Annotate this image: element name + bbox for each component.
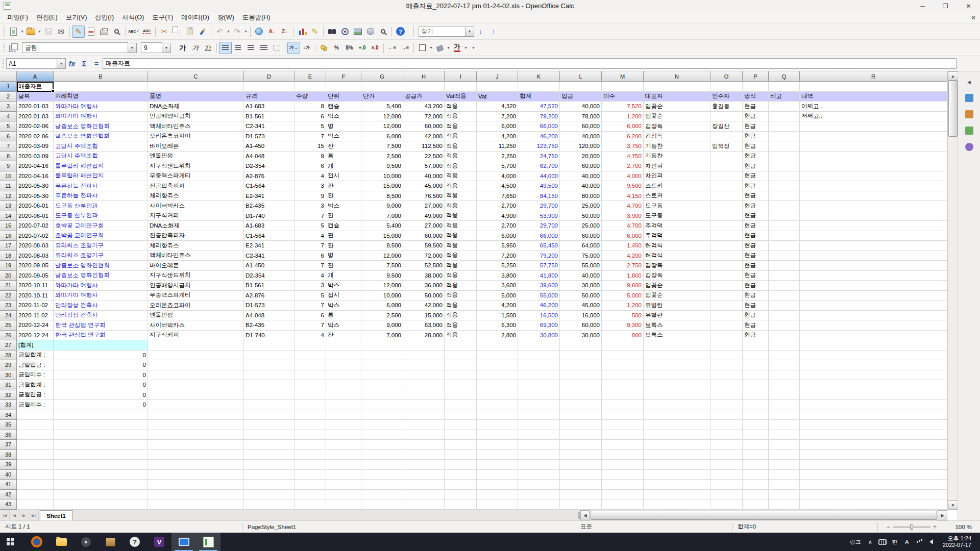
cell-E29[interactable] xyxy=(295,360,326,370)
cell-R3[interactable]: 어쩌고.. xyxy=(800,102,947,112)
cell-P30[interactable] xyxy=(743,370,769,381)
cell-J27[interactable] xyxy=(477,340,518,350)
cell-E10[interactable]: 4 xyxy=(295,171,326,182)
cell-Q30[interactable] xyxy=(769,370,800,381)
next-sheet-icon[interactable]: ▶ xyxy=(19,510,29,520)
cell-L1[interactable] xyxy=(560,82,602,92)
cell-L32[interactable] xyxy=(560,390,602,400)
cell-F18[interactable]: 병 xyxy=(326,251,361,261)
cell-L30[interactable] xyxy=(560,370,602,381)
cell-L8[interactable]: 20,000 xyxy=(560,152,602,162)
cell-L14[interactable]: 50,000 xyxy=(560,211,602,221)
cell-D40[interactable] xyxy=(244,470,295,480)
cell-R6[interactable] xyxy=(800,132,947,142)
cell-C24[interactable]: 엔돌핀껌 xyxy=(148,311,244,321)
cell-I17[interactable]: 적용 xyxy=(445,241,477,251)
cell-H6[interactable]: 42,000 xyxy=(403,132,445,142)
sidebar-styles-icon[interactable] xyxy=(963,108,976,121)
cell-H15[interactable]: 27,000 xyxy=(403,221,445,231)
cell-A30[interactable]: 금일미수 : xyxy=(17,370,54,381)
cell-G2[interactable]: 단가 xyxy=(361,92,403,102)
cell-B18[interactable]: 유리씨즈 조명기구 xyxy=(54,251,148,261)
cell-K32[interactable] xyxy=(518,390,560,400)
cell-Q36[interactable] xyxy=(769,430,800,440)
sidebar-navigator-icon[interactable] xyxy=(963,140,976,154)
number-standard-button[interactable]: $% xyxy=(343,42,356,54)
cell-Q41[interactable] xyxy=(769,480,800,490)
cell-J28[interactable] xyxy=(477,350,518,361)
cell-D1[interactable] xyxy=(244,82,295,92)
cell-L11[interactable]: 40,000 xyxy=(560,181,602,191)
cell-R7[interactable] xyxy=(800,141,947,152)
cell-B9[interactable]: 룰루랄라 패션잡지 xyxy=(54,161,148,171)
cell-F43[interactable] xyxy=(326,499,361,510)
cell-O12[interactable] xyxy=(710,191,743,202)
cell-Q22[interactable] xyxy=(769,291,800,301)
cell-A18[interactable]: 2020-08-03 xyxy=(17,251,54,261)
cell-J23[interactable]: 4,200 xyxy=(477,300,518,311)
cell-R32[interactable] xyxy=(800,390,947,400)
cell-M40[interactable] xyxy=(602,470,644,480)
cell-M37[interactable] xyxy=(602,440,644,450)
cell-P2[interactable]: 방식 xyxy=(743,92,769,102)
cell-R1[interactable] xyxy=(800,82,947,92)
cell-N1[interactable] xyxy=(644,82,710,92)
cell-M22[interactable]: 5,000 xyxy=(602,291,644,301)
cell-K40[interactable] xyxy=(518,470,560,480)
cell-K23[interactable]: 46,200 xyxy=(518,300,560,311)
taskbar-v-app-button[interactable]: V xyxy=(147,533,172,551)
cell-G12[interactable]: 8,500 xyxy=(361,191,403,202)
taskbar-remote-desktop-button[interactable] xyxy=(172,533,196,551)
cell-L12[interactable]: 80,000 xyxy=(560,191,602,202)
column-header-I[interactable]: I xyxy=(445,71,477,82)
cell-Q25[interactable] xyxy=(769,320,800,331)
cell-I23[interactable]: 적용 xyxy=(445,300,477,311)
cell-E9[interactable]: 6 xyxy=(295,161,326,171)
cell-C18[interactable]: 액체비타민쥬스 xyxy=(148,251,244,261)
cell-C33[interactable] xyxy=(148,400,244,410)
cell-M42[interactable] xyxy=(602,490,644,500)
cell-P13[interactable]: 현금 xyxy=(743,201,769,211)
cell-M4[interactable]: 1,200 xyxy=(602,112,644,122)
bold-button[interactable]: 가 xyxy=(176,42,189,54)
cell-M38[interactable] xyxy=(602,450,644,460)
format-paintbrush-button[interactable] xyxy=(196,26,209,38)
cell-F38[interactable] xyxy=(326,450,361,460)
cell-B20[interactable]: 날좀보소 영화인협회 xyxy=(54,271,148,281)
row-header-22[interactable]: 22 xyxy=(0,291,17,301)
cell-G14[interactable]: 7,000 xyxy=(361,211,403,221)
row-header-12[interactable]: 12 xyxy=(0,191,17,202)
cell-D20[interactable]: D2-354 xyxy=(244,271,295,281)
cell-I25[interactable]: 적용 xyxy=(445,320,477,331)
row-header-35[interactable]: 35 xyxy=(0,420,17,430)
cell-O10[interactable] xyxy=(710,171,743,182)
cell-I43[interactable] xyxy=(445,499,477,510)
cell-E39[interactable] xyxy=(295,460,326,470)
cell-C37[interactable] xyxy=(148,440,244,450)
column-header-R[interactable]: R xyxy=(800,71,947,82)
row-header-14[interactable]: 14 xyxy=(0,211,17,221)
column-header-D[interactable]: D xyxy=(244,71,295,82)
row-header-10[interactable]: 10 xyxy=(0,171,17,182)
cell-R22[interactable] xyxy=(800,291,947,301)
cell-E36[interactable] xyxy=(295,430,326,440)
cell-P38[interactable] xyxy=(743,450,769,460)
row-header-39[interactable]: 39 xyxy=(0,460,17,470)
cell-C7[interactable]: 바이오레몬 xyxy=(148,141,244,152)
cell-F40[interactable] xyxy=(326,470,361,480)
open-button[interactable] xyxy=(24,26,37,38)
document-close-icon[interactable]: ✕ xyxy=(971,14,976,21)
cell-J33[interactable] xyxy=(477,400,518,410)
cell-F4[interactable]: 박스 xyxy=(326,112,361,122)
cell-N6[interactable]: 김장독 xyxy=(644,132,710,142)
cell-P18[interactable]: 현금 xyxy=(743,251,769,261)
cell-M16[interactable]: 6,000 xyxy=(602,231,644,241)
align-justify-button[interactable] xyxy=(257,42,270,54)
cell-D6[interactable]: D1-573 xyxy=(244,132,295,142)
cell-O3[interactable]: 홍길동 xyxy=(710,102,743,112)
cell-F2[interactable]: 단위 xyxy=(326,92,361,102)
cell-D14[interactable]: D1-740 xyxy=(244,211,295,221)
cell-K2[interactable]: 합계 xyxy=(518,92,560,102)
cell-A20[interactable]: 2020-09-05 xyxy=(17,271,54,281)
row-header-23[interactable]: 23 xyxy=(0,300,17,311)
